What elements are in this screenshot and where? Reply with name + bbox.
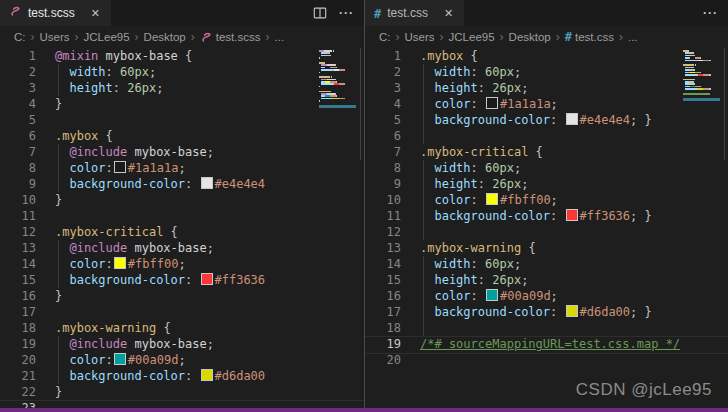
code-line[interactable]: 7 @include mybox-base; xyxy=(0,144,364,160)
code-line[interactable]: 5 background-color: #e4e4e4; } xyxy=(365,112,728,128)
code-line[interactable]: 1.mybox { xyxy=(365,48,728,64)
code-line[interactable]: 13.mybox-warning { xyxy=(365,240,728,256)
code-token: } xyxy=(55,289,62,303)
code-line[interactable]: 23 xyxy=(0,400,364,408)
minimap-cursor-highlight xyxy=(683,98,720,101)
code-line[interactable]: 18 xyxy=(365,320,728,336)
code-token: : xyxy=(478,177,492,191)
code-line[interactable]: 6 xyxy=(365,128,728,144)
breadcrumb-item[interactable]: JCLee95 xyxy=(84,31,130,43)
scrollbar[interactable] xyxy=(360,48,361,160)
breadcrumb-item[interactable]: C: xyxy=(379,31,391,43)
code-line[interactable]: 16 color: #00a09d; xyxy=(365,288,728,304)
code-line[interactable]: 14 color:#fbff00; xyxy=(0,256,364,272)
code-line[interactable]: 10 color: #fbff00; xyxy=(365,192,728,208)
code-line[interactable]: 14 width: 60px; xyxy=(365,256,728,272)
line-number: 3 xyxy=(0,80,36,96)
minimap[interactable] xyxy=(683,50,720,101)
code-line[interactable]: 7.mybox-critical { xyxy=(365,144,728,160)
color-swatch[interactable] xyxy=(566,305,578,317)
code-line[interactable]: 17 background-color: #d6da00; } xyxy=(365,304,728,320)
breadcrumb-item[interactable]: JCLee95 xyxy=(449,31,495,43)
code-line[interactable]: 8 width: 60px; xyxy=(365,160,728,176)
file-icon: # xyxy=(374,4,381,22)
code-line[interactable]: 4 color: #1a1a1a; xyxy=(365,96,728,112)
breadcrumb-file[interactable]: test.css xyxy=(575,31,614,43)
code-line[interactable]: 22} xyxy=(0,384,364,400)
color-swatch[interactable] xyxy=(201,177,213,189)
color-swatch[interactable] xyxy=(486,193,498,205)
code-line[interactable]: 13 @include mybox-base; xyxy=(0,240,364,256)
code-editor[interactable]: 1@mixin mybox-base {2 width: 60px;3 heig… xyxy=(0,48,364,408)
breadcrumb-item[interactable]: Desktop xyxy=(144,31,186,43)
code-line[interactable]: 19/*# sourceMappingURL=test.css.map */ xyxy=(365,336,728,352)
code-line[interactable]: 15 background-color: #ff3636 xyxy=(0,272,364,288)
color-swatch[interactable] xyxy=(566,113,578,125)
code-token: #00a09d xyxy=(128,353,179,367)
code-line[interactable]: 9 background-color: #e4e4e4 xyxy=(0,176,364,192)
color-swatch[interactable] xyxy=(201,369,213,381)
close-icon[interactable]: ✕ xyxy=(442,6,455,21)
code-line[interactable]: 9 height: 26px; xyxy=(365,176,728,192)
minimap[interactable] xyxy=(319,50,356,108)
split-editor-icon[interactable] xyxy=(313,6,327,20)
color-swatch[interactable] xyxy=(201,273,213,285)
status-bar[interactable] xyxy=(0,408,728,412)
code-token: #e4e4e4 xyxy=(215,177,266,191)
tab[interactable]: # test.css ✕ xyxy=(365,0,464,26)
code-line[interactable]: 20 xyxy=(365,352,728,368)
code-line[interactable]: 8 color:#1a1a1a; xyxy=(0,160,364,176)
code-line[interactable]: 2 width: 60px; xyxy=(365,64,728,80)
minimap-line xyxy=(319,64,356,66)
indent-guide xyxy=(58,272,59,288)
breadcrumb-item[interactable]: Desktop xyxy=(509,31,551,43)
scrollbar[interactable] xyxy=(724,48,725,160)
color-swatch[interactable] xyxy=(114,161,126,173)
code-line[interactable]: 18.mybox-warning { xyxy=(0,320,364,336)
line-content: background-color: #e4e4e4 xyxy=(55,176,364,192)
code-token: ; xyxy=(514,65,521,79)
indent-guide xyxy=(58,64,59,80)
code-line[interactable]: 17 xyxy=(0,304,364,320)
code-line[interactable]: 11 xyxy=(0,208,364,224)
breadcrumb-item[interactable]: Users xyxy=(40,31,70,43)
minimap-line xyxy=(683,95,720,97)
code-line[interactable]: 3 height: 26px; xyxy=(0,80,364,96)
code-line[interactable]: 4} xyxy=(0,96,364,112)
code-line[interactable]: 12.mybox-critical { xyxy=(0,224,364,240)
code-line[interactable]: 20 color:#00a09d; xyxy=(0,352,364,368)
code-line[interactable]: 6.mybox { xyxy=(0,128,364,144)
breadcrumb-tail[interactable]: ... xyxy=(275,31,285,43)
color-swatch[interactable] xyxy=(566,209,578,221)
more-actions-icon[interactable]: ··· xyxy=(339,7,354,19)
breadcrumb-item[interactable]: Users xyxy=(405,31,435,43)
color-swatch[interactable] xyxy=(114,353,126,365)
code-token: : xyxy=(185,177,199,191)
tab[interactable]: test.scss ✕ xyxy=(0,0,111,26)
close-icon[interactable]: ✕ xyxy=(89,6,102,21)
breadcrumb-item[interactable]: C: xyxy=(14,31,26,43)
code-line[interactable]: 21 background-color: #d6da00 xyxy=(0,368,364,384)
code-editor[interactable]: 1.mybox {2 width: 60px;3 height: 26px;4 … xyxy=(365,48,728,408)
code-line[interactable]: 5 xyxy=(0,112,364,128)
code-line[interactable]: 12 xyxy=(365,224,728,240)
more-actions-icon[interactable]: ··· xyxy=(703,7,718,19)
line-content: @include mybox-base; xyxy=(55,336,364,352)
code-line[interactable]: 19 @include mybox-base; xyxy=(0,336,364,352)
breadcrumb-file[interactable]: test.scss xyxy=(216,31,261,43)
code-line[interactable]: 11 background-color: #ff3636; } xyxy=(365,208,728,224)
code-line[interactable]: 2 width: 60px; xyxy=(0,64,364,80)
breadcrumb-tail[interactable]: ... xyxy=(628,31,638,43)
code-line[interactable]: 16} xyxy=(0,288,364,304)
code-line[interactable]: 15 height: 26px; xyxy=(365,272,728,288)
code-line[interactable]: 3 height: 26px; xyxy=(365,80,728,96)
code-token: : xyxy=(471,193,485,207)
code-line[interactable]: 10} xyxy=(0,192,364,208)
color-swatch[interactable] xyxy=(486,97,498,109)
color-swatch[interactable] xyxy=(114,257,126,269)
code-line[interactable]: 1@mixin mybox-base { xyxy=(0,48,364,64)
minimap-line xyxy=(319,52,356,54)
code-token: #fbff00 xyxy=(500,193,551,207)
color-swatch[interactable] xyxy=(486,289,498,301)
indent-guide xyxy=(423,192,424,208)
